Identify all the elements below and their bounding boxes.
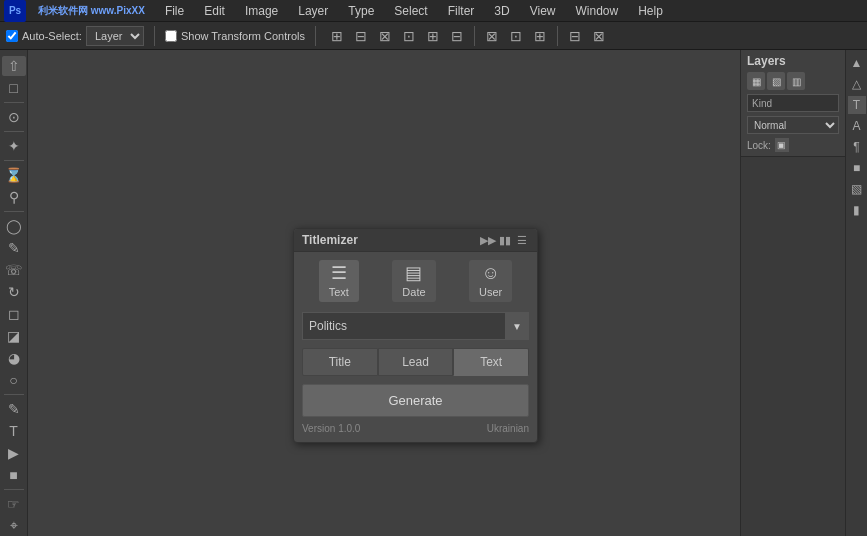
date-icon-label: Date [402, 286, 425, 298]
align-right-btn[interactable]: ⊟ [446, 25, 468, 47]
hand-tool[interactable]: ☞ [2, 494, 26, 514]
lock-row: Lock: ▣ [747, 138, 839, 152]
r-tool-8[interactable]: ▮ [848, 201, 866, 219]
layers-title: Layers [747, 54, 786, 68]
arrange-btn[interactable]: ⊠ [588, 25, 610, 47]
category-row: Politics Sports Economy Culture ▼ [302, 312, 529, 340]
date-icon-item[interactable]: ▤ Date [392, 260, 435, 302]
type-tool[interactable]: T [2, 421, 26, 441]
titlemizer-panel: Titlemizer ▶▶ ▮▮ ☰ ☰ Text ▤ Date [293, 228, 538, 443]
tab-row: Title Lead Text [302, 348, 529, 376]
r-tool-1[interactable]: ▲ [848, 54, 866, 72]
right-area: Layers ▦ ▧ ▥ Kind Normal Multiply Screen [740, 50, 867, 536]
auto-select-label: Auto-Select: [22, 30, 82, 42]
transform-btn[interactable]: ⊟ [564, 25, 586, 47]
layers-list-icon[interactable]: ▧ [767, 72, 785, 90]
category-select[interactable]: Politics Sports Economy Culture [302, 312, 506, 340]
menu-bar: Ps 利米软件网 www.PixXX File Edit Image Layer… [0, 0, 867, 22]
layers-grid-icon[interactable]: ▦ [747, 72, 765, 90]
user-icon-label: User [479, 286, 502, 298]
tool-sep-3 [4, 160, 24, 161]
pen-tool[interactable]: ✎ [2, 399, 26, 419]
layer-dropdown[interactable]: Layer [86, 26, 144, 46]
clone-stamp-tool[interactable]: ☏ [2, 260, 26, 280]
layers-icons-row: ▦ ▧ ▥ [747, 72, 839, 90]
menu-image[interactable]: Image [241, 2, 282, 20]
align-hcenter-btn[interactable]: ⊞ [422, 25, 444, 47]
lock-label: Lock: [747, 140, 771, 151]
distribute-v-btn[interactable]: ⊡ [505, 25, 527, 47]
tool-sep-2 [4, 131, 24, 132]
menu-3d[interactable]: 3D [490, 2, 513, 20]
menu-select[interactable]: Select [390, 2, 431, 20]
lock-transparency-icon[interactable]: ▣ [775, 138, 789, 152]
align-bottom-btn[interactable]: ⊠ [374, 25, 396, 47]
menu-filter[interactable]: Filter [444, 2, 479, 20]
canvas-area[interactable]: 利米软件网 www.piXXX.com Titlemizer ▶▶ ▮▮ ☰ ☰… [28, 50, 740, 536]
menu-view[interactable]: View [526, 2, 560, 20]
version-label: Version 1.0.0 [302, 423, 360, 434]
auto-select-checkbox[interactable] [6, 30, 18, 42]
toolbar-separator-3 [474, 26, 475, 46]
history-brush-tool[interactable]: ↻ [2, 282, 26, 302]
eyedropper-tool[interactable]: ⚲ [2, 187, 26, 207]
category-dropdown-arrow[interactable]: ▼ [505, 312, 529, 340]
r-tool-3[interactable]: T [848, 96, 866, 114]
toolbar-separator-4 [557, 26, 558, 46]
align-vcenter-btn[interactable]: ⊟ [350, 25, 372, 47]
kind-search-bar: Kind [747, 94, 839, 112]
gradient-tool[interactable]: ◪ [2, 326, 26, 346]
titlemizer-pause-btn[interactable]: ▮▮ [498, 233, 512, 247]
magic-wand-tool[interactable]: ✦ [2, 136, 26, 156]
shape-tool[interactable]: ■ [2, 465, 26, 485]
marquee-tool[interactable]: □ [2, 78, 26, 98]
text-icon: ☰ [331, 264, 347, 282]
path-selection-tool[interactable]: ▶ [2, 443, 26, 463]
lead-tab-btn[interactable]: Lead [378, 348, 454, 376]
align-icons: ⊞ ⊟ ⊠ ⊡ ⊞ ⊟ ⊠ ⊡ ⊞ ⊟ ⊠ [326, 25, 610, 47]
titlemizer-menu-btn[interactable]: ☰ [515, 233, 529, 247]
titlemizer-forward-btn[interactable]: ▶▶ [481, 233, 495, 247]
r-tool-7[interactable]: ▧ [848, 180, 866, 198]
titlemizer-body: ☰ Text ▤ Date ☺ User Politics [294, 252, 537, 442]
r-tool-6[interactable]: ■ [848, 159, 866, 177]
lasso-tool[interactable]: ⊙ [2, 107, 26, 127]
zoom-tool[interactable]: ⌖ [2, 516, 26, 536]
show-transform-checkbox[interactable] [165, 30, 177, 42]
brush-tool[interactable]: ✎ [2, 238, 26, 258]
icon-row: ☰ Text ▤ Date ☺ User [302, 260, 529, 302]
show-transform-group: Show Transform Controls [165, 30, 305, 42]
r-tool-4[interactable]: A [848, 117, 866, 135]
text-tab-btn[interactable]: Text [453, 348, 529, 376]
user-icon-item[interactable]: ☺ User [469, 260, 512, 302]
blur-tool[interactable]: ◕ [2, 348, 26, 368]
normal-row: Normal Multiply Screen [747, 116, 839, 134]
r-tool-5[interactable]: ¶ [848, 138, 866, 156]
menu-help[interactable]: Help [634, 2, 667, 20]
tools-panel: ⇧ □ ⊙ ✦ ⌛ ⚲ ◯ ✎ ☏ ↻ ◻ ◪ ◕ ○ ✎ T ▶ ■ ☞ ⌖ [0, 50, 28, 536]
align-top-btn[interactable]: ⊞ [326, 25, 348, 47]
eraser-tool[interactable]: ◻ [2, 304, 26, 324]
align-left-btn[interactable]: ⊡ [398, 25, 420, 47]
blending-mode-select[interactable]: Normal Multiply Screen [747, 116, 839, 134]
tool-sep-1 [4, 102, 24, 103]
user-icon: ☺ [481, 264, 499, 282]
menu-type[interactable]: Type [344, 2, 378, 20]
generate-button[interactable]: Generate [302, 384, 529, 417]
layers-adjust-icon[interactable]: ▥ [787, 72, 805, 90]
dodge-tool[interactable]: ○ [2, 370, 26, 390]
menu-window[interactable]: Window [571, 2, 622, 20]
menu-layer[interactable]: Layer [294, 2, 332, 20]
healing-brush-tool[interactable]: ◯ [2, 216, 26, 236]
r-tool-2[interactable]: △ [848, 75, 866, 93]
toolbar-separator-1 [154, 26, 155, 46]
text-icon-item[interactable]: ☰ Text [319, 260, 359, 302]
title-tab-btn[interactable]: Title [302, 348, 378, 376]
crop-tool[interactable]: ⌛ [2, 165, 26, 185]
move-tool[interactable]: ⇧ [2, 56, 26, 76]
menu-edit[interactable]: Edit [200, 2, 229, 20]
distribute-extra-btn[interactable]: ⊞ [529, 25, 551, 47]
tool-sep-5 [4, 394, 24, 395]
menu-file[interactable]: File [161, 2, 188, 20]
distribute-h-btn[interactable]: ⊠ [481, 25, 503, 47]
